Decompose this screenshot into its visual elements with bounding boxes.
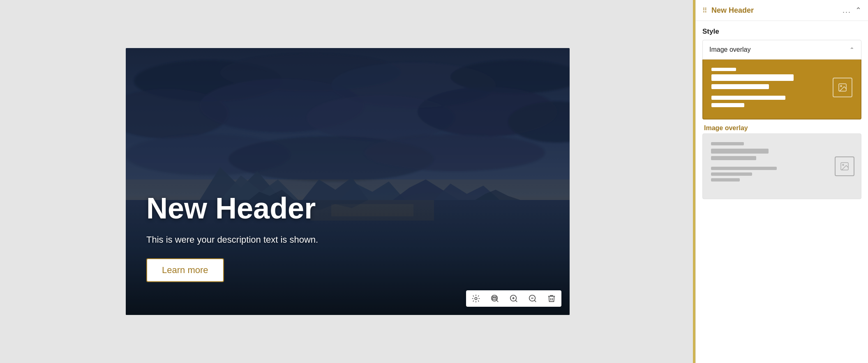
right-panel: ⠿ New Header ... ⌃ Style Image overlay ⌃ (695, 0, 868, 363)
zoom-in-icon[interactable] (508, 293, 519, 304)
chevron-up-icon: ⌃ (850, 46, 854, 53)
style-card-plain-inner (711, 142, 853, 182)
hero-toolbar (466, 290, 561, 307)
delete-icon[interactable] (546, 293, 557, 304)
learn-more-button[interactable]: Learn more (146, 258, 224, 282)
style-card-image-overlay-label: Image overlay (702, 124, 861, 132)
style-dropdown-label: Image overlay (709, 46, 751, 53)
plain-preview-line-5 (711, 172, 752, 176)
search-image-icon[interactable] (489, 293, 501, 304)
hero-title: New Header (146, 192, 318, 225)
svg-point-29 (475, 297, 477, 300)
preview-line-4 (711, 96, 785, 100)
svg-point-35 (840, 85, 842, 87)
more-options-icon[interactable]: ... (843, 6, 851, 15)
preview-image-icon (833, 78, 852, 97)
style-section: Image overlay ⌃ (696, 40, 868, 206)
svg-point-37 (843, 164, 844, 165)
collapse-icon[interactable]: ⌃ (855, 6, 861, 15)
preview-line-2 (711, 74, 794, 81)
plain-preview-line-3 (711, 156, 756, 160)
canvas-divider (693, 0, 695, 363)
style-card-inner (711, 68, 852, 107)
panel-header: ⠿ New Header ... ⌃ (696, 0, 868, 21)
style-dropdown[interactable]: Image overlay ⌃ (702, 40, 861, 60)
plain-preview-line-4 (711, 167, 777, 170)
hero-block[interactable]: New Header This is were your description… (126, 48, 570, 315)
preview-line-5 (711, 103, 744, 107)
plain-preview-line-6 (711, 178, 740, 182)
preview-line-3 (711, 84, 769, 89)
hero-content: New Header This is were your description… (146, 192, 318, 282)
drag-handle-icon[interactable]: ⠿ (702, 7, 707, 14)
panel-title: New Header (711, 6, 838, 15)
plain-preview-image-icon (835, 156, 854, 176)
style-card-image-overlay-selected[interactable] (702, 60, 861, 119)
zoom-out-icon[interactable] (527, 293, 538, 304)
plain-preview-line-2 (711, 149, 769, 154)
settings-icon[interactable] (470, 293, 482, 304)
preview-line-1 (711, 68, 736, 71)
canvas-area: New Header This is were your description… (0, 0, 695, 363)
plain-preview-line-1 (711, 142, 744, 145)
style-section-title: Style (696, 21, 868, 40)
hero-description: This is were your description text is sh… (146, 234, 318, 245)
style-card-plain[interactable] (702, 133, 861, 199)
